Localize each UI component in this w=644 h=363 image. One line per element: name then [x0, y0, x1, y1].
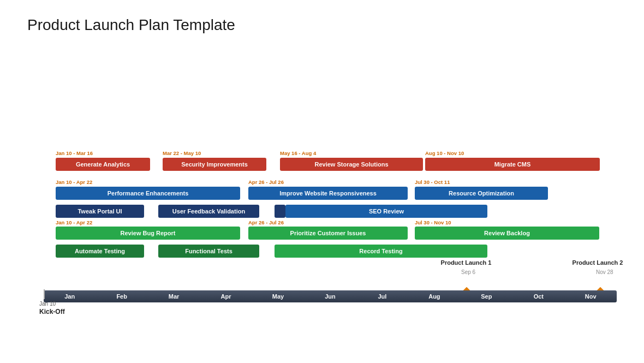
gantt-area: Jan 10 - Mar 16 Mar 22 - May 10 May 16 -…	[27, 50, 617, 274]
generate-analytics-bar: Generate Analytics	[56, 158, 150, 171]
kickoff-area	[44, 289, 45, 299]
launch-2-date: Nov 28	[596, 269, 613, 275]
page-title: Product Launch Plan Template	[27, 16, 617, 34]
kickoff-text: Kick-Off	[39, 308, 65, 316]
record-testing-bar: Record Testing	[275, 245, 487, 258]
automate-testing-bar: Automate Testing	[56, 245, 144, 258]
date-label: Apr 26 - Jul 26	[248, 219, 284, 225]
date-label: Jul 30 - Nov 10	[415, 219, 451, 225]
launch-1-label: Product Launch 1	[439, 259, 493, 266]
seo-small-bar	[275, 205, 285, 218]
functional-tests-bar: Functional Tests	[158, 245, 259, 258]
month-jul: Jul	[356, 291, 408, 301]
seo-review-bar: SEO Review	[285, 205, 487, 218]
month-aug: Aug	[408, 291, 460, 301]
kickoff-date-label: Jan 10	[39, 301, 56, 307]
month-mar: Mar	[148, 291, 200, 301]
improve-responsiveness-bar: Improve Website Responsiveness	[248, 187, 408, 200]
resource-optimization-bar: Resource Optimization	[415, 187, 548, 200]
month-oct: Oct	[512, 291, 564, 301]
date-label: Mar 22 - May 10	[163, 150, 201, 156]
date-label: Apr 26 - Jul 26	[248, 179, 284, 185]
migrate-cms-bar: Migrate CMS	[425, 158, 600, 171]
date-label: Jul 30 - Oct 11	[415, 179, 450, 185]
month-may: May	[252, 291, 304, 301]
review-bug-report-bar: Review Bug Report	[56, 227, 240, 240]
tweak-portal-bar: Tweak Portal UI	[56, 205, 144, 218]
date-label: Jan 10 - Apr 22	[56, 179, 92, 185]
performance-enhancements-bar: Performance Enhancements	[56, 187, 240, 200]
review-backlog-bar: Review Backlog	[415, 227, 599, 240]
prioritize-customer-bar: Prioritize Customer Issues	[248, 227, 408, 240]
timeline-container: Product Launch 1 Sep 6 Product Launch 2 …	[27, 277, 628, 320]
month-jan: Jan	[44, 291, 96, 301]
page-container: Product Launch Plan Template Jan 10 - Ma…	[0, 0, 644, 285]
review-storage-bar: Review Storage Solutions	[280, 158, 423, 171]
launch-1-date: Sep 6	[461, 269, 475, 275]
month-sep: Sep	[461, 291, 512, 301]
date-label: Jan 10 - Mar 16	[56, 150, 93, 156]
date-label: May 16 - Aug 4	[280, 150, 316, 156]
timeline-months: Jan Feb Mar Apr May Jun Jul Aug Sep Oct …	[44, 291, 617, 301]
security-improvements-bar: Security Improvements	[163, 158, 266, 171]
month-nov: Nov	[565, 291, 617, 301]
month-feb: Feb	[96, 291, 147, 301]
date-label: Jan 10 - Apr 22	[56, 219, 92, 225]
date-label: Aug 10 - Nov 10	[425, 150, 464, 156]
month-apr: Apr	[200, 291, 252, 301]
user-feedback-bar: User Feedback Validation	[158, 205, 259, 218]
month-jun: Jun	[304, 291, 356, 301]
launch-2-label: Product Launch 2	[568, 259, 628, 266]
